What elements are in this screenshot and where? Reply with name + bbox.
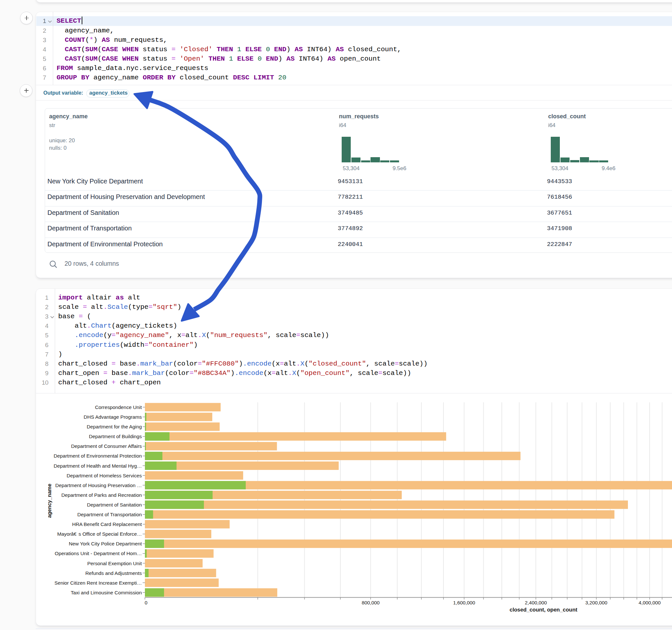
svg-text:Correspondence Unit: Correspondence Unit [95,404,142,410]
svg-text:Department of Parks and Recrea: Department of Parks and Recreation [61,492,142,498]
svg-text:1,600,000: 1,600,000 [453,600,475,605]
svg-text:Refunds and Adjustments: Refunds and Adjustments [85,570,142,576]
svg-text:4,000,000: 4,000,000 [639,600,661,605]
svg-text:Mayorâ€ s Office of Special E: Mayorâ€ s Office of Special Enforce… [57,531,142,537]
svg-text:New York City Police Departmen: New York City Police Department [69,541,142,547]
svg-text:Department of Housing Preserva: Department of Housing Preservation … [55,482,142,488]
svg-text:0: 0 [145,600,147,605]
svg-text:DHS Advantage Programs: DHS Advantage Programs [83,414,142,420]
svg-text:Department of Transportation: Department of Transportation [77,512,142,517]
svg-text:closed_count, open_count: closed_count, open_count [510,606,578,612]
svg-text:Department of Health and Menta: Department of Health and Mental Hyg… [53,463,142,468]
svg-text:Taxi and Limousine Commission: Taxi and Limousine Commission [71,589,142,595]
svg-text:Department of Sanitation: Department of Sanitation [87,502,142,507]
svg-text:Operations Unit - Department o: Operations Unit - Department of Hom… [55,551,142,556]
svg-text:Department of Buildings: Department of Buildings [89,434,142,439]
svg-text:HRA Benefit Card Replacement: HRA Benefit Card Replacement [72,522,142,527]
svg-text:Department for the Aging: Department for the Aging [87,424,142,429]
svg-text:Department of Homeless Service: Department of Homeless Services [67,472,142,478]
svg-text:Department of Environmental Pr: Department of Environmental Protection [53,453,142,459]
svg-text:Senior Citizen Rent Increase E: Senior Citizen Rent Increase Exempti… [54,580,142,585]
svg-text:agency_name: agency_name [47,484,52,518]
svg-text:2,400,000: 2,400,000 [525,600,547,605]
svg-text:3,200,000: 3,200,000 [585,600,607,605]
svg-text:Department of Consumer Affairs: Department of Consumer Affairs [71,443,142,449]
svg-text:800,000: 800,000 [362,600,380,605]
svg-text:Personal Exemption Unit: Personal Exemption Unit [87,560,142,566]
